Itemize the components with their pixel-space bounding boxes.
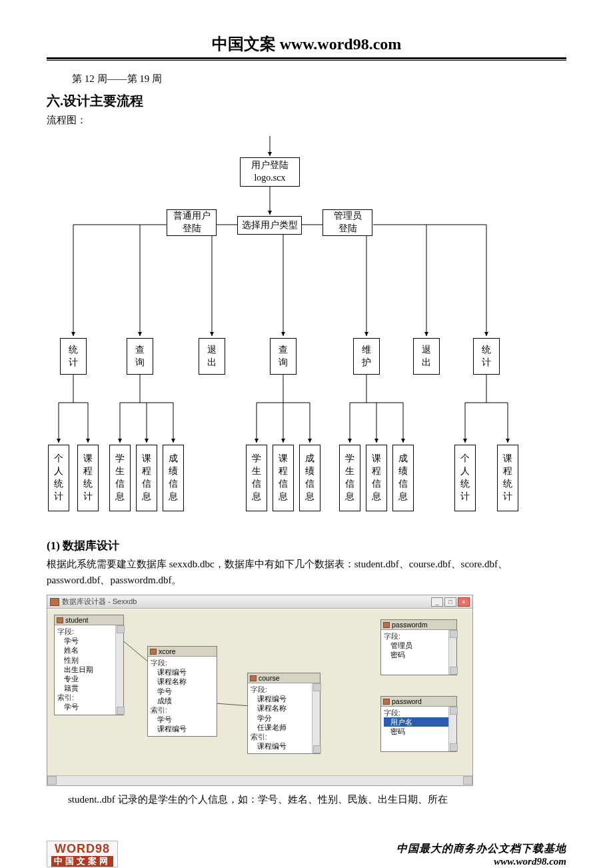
- db-section-para: 根据此系统需要建立数据库 sexxdb.dbc，数据库中有如下几个数据表：stu…: [47, 556, 566, 588]
- maximize-button[interactable]: □: [444, 597, 456, 607]
- db-window-icon: [50, 598, 59, 606]
- field[interactable]: 课程编号: [251, 694, 317, 703]
- table-name: xcore: [159, 647, 176, 655]
- flow-r2-0: 统 计: [60, 338, 87, 375]
- index-field[interactable]: 课程编号: [251, 741, 317, 751]
- field[interactable]: 学号: [151, 687, 214, 696]
- table-name: course: [259, 674, 280, 682]
- page-footer: WORD98 中国文案网 中国最大的商务办公文档下载基地 www.word98.…: [47, 841, 566, 867]
- flow-r3-5: 学 生 信 息: [246, 445, 267, 511]
- table-xcore[interactable]: xcore 字段: 课程编号 课程名称 学号 成绩 索引: 学号 课程编号: [147, 646, 217, 737]
- field[interactable]: 课程名称: [251, 703, 317, 713]
- flow-r2-5: 退 出: [413, 338, 440, 375]
- table-name: password: [392, 697, 422, 705]
- field[interactable]: 任课老师: [251, 723, 317, 732]
- flow-select-type: 选择用户类型: [237, 216, 302, 235]
- db-canvas[interactable]: student 字段: 学号 姓名 性别 出生日期 专业 籍贯 索引: 学号 x…: [47, 609, 472, 775]
- section-6-title: 六.设计主要流程: [47, 92, 566, 110]
- flow-login: 用户登陆 logo.scx: [240, 157, 300, 187]
- flow-r2-2: 退 出: [199, 338, 225, 375]
- index-field[interactable]: 学号: [57, 702, 121, 711]
- table-icon: [150, 649, 157, 655]
- flow-r2-1: 查 询: [127, 338, 153, 375]
- fields-label: 字段:: [384, 631, 454, 641]
- flow-r3-4: 成 绩 信 息: [163, 445, 184, 511]
- fields-label: 字段:: [384, 708, 454, 717]
- table-password[interactable]: password 字段: 用户名 密码: [380, 696, 457, 752]
- footer-brand-sub: 中国文案网: [51, 856, 113, 867]
- student-desc-text: student..dbf 记录的是学生的个人信息，如：学号、姓名、性别、民族、出…: [68, 791, 566, 807]
- db-section-title: (1) 数据库设计: [47, 538, 566, 553]
- field[interactable]: 姓名: [57, 645, 121, 655]
- flow-r2-3: 查 询: [270, 338, 297, 375]
- flow-normal-user: 普通用户 登陆: [167, 209, 217, 236]
- table-icon: [57, 617, 63, 623]
- table-icon: [383, 699, 390, 705]
- field[interactable]: 成绩: [151, 696, 214, 705]
- scrollbar-icon[interactable]: [115, 625, 123, 715]
- flow-r3-6: 课 程 信 息: [273, 445, 294, 511]
- index-label: 索引:: [251, 732, 317, 741]
- scroll-right-button[interactable]: [463, 776, 472, 785]
- fields-label: 字段:: [251, 685, 317, 694]
- flow-r3-0: 个 人 统 计: [48, 445, 69, 511]
- flow-r3-12: 课 程 统 计: [497, 445, 518, 511]
- field[interactable]: 性别: [57, 655, 121, 665]
- db-window-title: 数据库设计器 - Sexxdb: [62, 597, 137, 607]
- flow-r3-3: 课 程 信 息: [136, 445, 157, 511]
- index-label: 索引:: [57, 693, 121, 702]
- table-student[interactable]: student 字段: 学号 姓名 性别 出生日期 专业 籍贯 索引: 学号: [54, 615, 124, 715]
- field[interactable]: 专业: [57, 674, 121, 683]
- field[interactable]: 密码: [384, 727, 454, 736]
- footer-url: www.word98.com: [396, 856, 566, 867]
- flow-r3-10: 成 绩 信 息: [392, 445, 414, 511]
- horizontal-scrollbar[interactable]: [47, 775, 472, 785]
- index-field[interactable]: 课程编号: [151, 724, 214, 733]
- index-label: 索引:: [151, 705, 214, 715]
- field[interactable]: 管理员: [384, 641, 454, 650]
- db-designer-window: 数据库设计器 - Sexxdb _ □ × student 字段: 学号 姓名 …: [47, 595, 473, 786]
- fields-label: 字段:: [57, 627, 121, 636]
- db-titlebar[interactable]: 数据库设计器 - Sexxdb _ □ ×: [47, 595, 472, 609]
- scrollbar-icon[interactable]: [312, 683, 320, 753]
- field[interactable]: 课程名称: [151, 677, 214, 686]
- footer-brand: WORD98: [51, 843, 113, 855]
- scrollbar-icon[interactable]: [448, 630, 456, 675]
- flow-r2-4: 维 护: [353, 338, 380, 375]
- field[interactable]: 密码: [384, 650, 454, 659]
- flow-r3-7: 成 绩 信 息: [299, 445, 320, 511]
- table-course[interactable]: course 字段: 课程编号 课程名称 学分 任课老师 索引: 课程编号: [247, 673, 320, 754]
- week-range: 第 12 周——第 19 周: [72, 73, 566, 85]
- flow-r3-1: 课 程 统 计: [77, 445, 99, 511]
- page-header: 中国文案 www.word98.com: [47, 33, 566, 57]
- field[interactable]: 出生日期: [57, 665, 121, 674]
- table-icon: [383, 622, 390, 628]
- flow-r3-9: 课 程 信 息: [366, 445, 387, 511]
- minimize-button[interactable]: _: [431, 597, 443, 607]
- flowchart: 用户登陆 logo.scx 普通用户 登陆 管理员 登陆 选择用户类型 统 计 …: [47, 136, 566, 526]
- flow-r3-2: 学 生 信 息: [109, 445, 131, 511]
- flow-r2-6: 统 计: [473, 338, 500, 375]
- flow-admin-user: 管理员 登陆: [322, 209, 372, 236]
- field[interactable]: 用户名: [384, 717, 454, 727]
- table-name: passwordm: [392, 621, 428, 629]
- flowchart-label: 流程图：: [47, 114, 566, 127]
- flow-r3-8: 学 生 信 息: [339, 445, 360, 511]
- fields-label: 字段:: [151, 658, 214, 667]
- table-name: student: [65, 616, 88, 624]
- field[interactable]: 学号: [57, 636, 121, 645]
- footer-tagline: 中国最大的商务办公文档下载基地: [396, 842, 566, 856]
- flow-r3-11: 个 人 统 计: [454, 445, 476, 511]
- field[interactable]: 学分: [251, 713, 317, 723]
- scrollbar-icon[interactable]: [448, 707, 456, 751]
- index-field[interactable]: 学号: [151, 715, 214, 724]
- field[interactable]: 课程编号: [151, 667, 214, 677]
- header-rule: [47, 57, 566, 61]
- field[interactable]: 籍贯: [57, 683, 121, 693]
- footer-logo: WORD98 中国文案网: [47, 841, 118, 867]
- table-passwordm[interactable]: passwordm 字段: 管理员 密码: [380, 619, 457, 675]
- table-icon: [250, 675, 257, 681]
- close-button[interactable]: ×: [458, 597, 470, 607]
- scroll-left-button[interactable]: [47, 776, 57, 785]
